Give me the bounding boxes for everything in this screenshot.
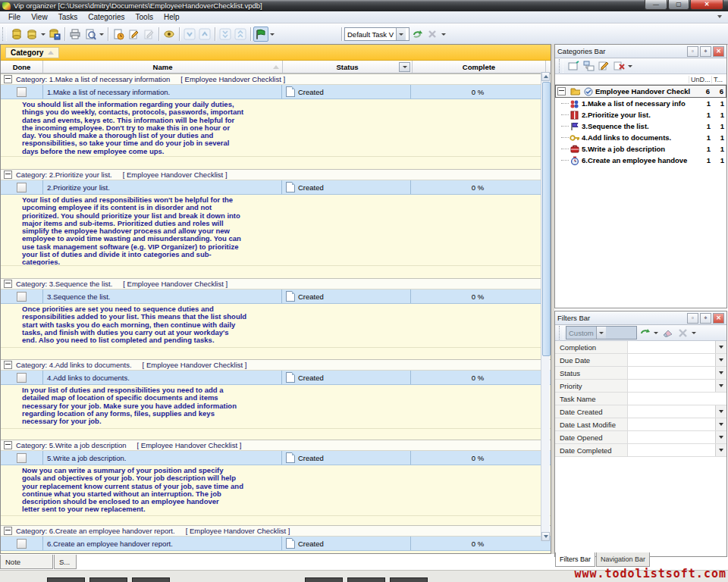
task-checkbox[interactable]	[17, 292, 27, 302]
comments-button[interactable]	[162, 27, 177, 42]
apply-view-button[interactable]	[410, 27, 425, 42]
open-database-dropdown-icon[interactable]	[41, 33, 46, 36]
filter-value[interactable]	[628, 418, 715, 430]
menu-view[interactable]: View	[26, 12, 53, 22]
move-top-button[interactable]	[233, 27, 248, 42]
filter-value[interactable]	[628, 367, 715, 379]
filter-value[interactable]	[628, 393, 726, 405]
group-by-category-chip[interactable]: Category	[5, 47, 59, 58]
filter-dropdown-icon[interactable]	[715, 405, 726, 418]
panel-pin-button[interactable]: ⌖	[700, 313, 711, 324]
filters-toolbar-dropdown-icon[interactable]	[692, 332, 696, 334]
clear-filter-button[interactable]	[660, 325, 675, 340]
filter-value[interactable]	[628, 354, 715, 366]
column-header-complete[interactable]: Complete	[413, 61, 546, 73]
vertical-scrollbar[interactable]	[541, 72, 550, 541]
task-row[interactable]: 5.Write a job description. Created 0 %	[1, 451, 551, 465]
task-row[interactable]: 1.Make a list of necessary information. …	[1, 85, 551, 99]
minimize-button[interactable]: —	[645, 0, 667, 10]
task-checkbox[interactable]	[17, 87, 27, 97]
edit-category-button[interactable]	[596, 58, 611, 74]
view-mode-dropdown-icon[interactable]	[270, 33, 275, 36]
apply-filter-button[interactable]	[637, 325, 652, 340]
collapse-icon[interactable]	[557, 87, 566, 95]
edit-task-button[interactable]	[126, 27, 141, 42]
task-row[interactable]: 6.Create an employee handover report. Cr…	[1, 537, 551, 551]
task-checkbox[interactable]	[17, 373, 27, 383]
save-database-button[interactable]	[47, 27, 62, 42]
print-preview-button[interactable]	[83, 27, 98, 42]
task-view-combobox[interactable]: Default Task V	[344, 27, 410, 41]
move-down-button[interactable]	[182, 27, 197, 42]
move-up-button[interactable]	[197, 27, 212, 42]
task-row[interactable]: 4.Add links to documents. Created 0 %	[1, 371, 551, 385]
filter-dropdown-icon[interactable]	[715, 431, 726, 443]
close-button[interactable]: ✕	[690, 0, 723, 10]
view-mode-button[interactable]	[253, 27, 268, 42]
scroll-up-icon[interactable]	[541, 72, 550, 81]
category-group-header[interactable]: Category: 4.Add links to documents. [ Em…	[1, 359, 551, 371]
collapse-icon[interactable]	[4, 441, 12, 449]
scrollbar-thumb[interactable]	[542, 82, 551, 356]
menu-tools[interactable]: Tools	[130, 12, 158, 22]
column-header-status[interactable]: Status	[283, 61, 413, 73]
panel-close-button[interactable]: ✕	[713, 46, 724, 57]
view-toolbar-dropdown-icon[interactable]	[441, 33, 446, 36]
menu-file[interactable]: File	[3, 12, 26, 22]
add-category-button[interactable]	[566, 58, 581, 74]
task-checkbox[interactable]	[17, 539, 27, 549]
filter-preset-combobox[interactable]: Custom	[566, 326, 637, 340]
task-checkbox[interactable]	[17, 183, 27, 192]
category-group-header[interactable]: Category: 1.Make a list of necessary inf…	[1, 74, 551, 85]
tab-settings[interactable]: S...	[54, 555, 77, 569]
print-dropdown-icon[interactable]	[99, 33, 104, 36]
open-database-button[interactable]	[24, 27, 39, 42]
panel-float-button[interactable]: ▫	[687, 46, 698, 57]
clear-view-button[interactable]	[425, 27, 440, 42]
collapse-icon[interactable]	[4, 361, 12, 369]
category-group-header[interactable]: Category: 3.Sequence the list. [ Employe…	[1, 278, 551, 289]
filter-dropdown-icon[interactable]	[715, 418, 726, 430]
apply-filter-dropdown-icon[interactable]	[654, 332, 658, 334]
collapse-icon[interactable]	[4, 527, 12, 535]
filter-dropdown-icon[interactable]	[715, 380, 726, 392]
tree-item[interactable]: 3.Sequence the list. 1 1	[555, 120, 726, 132]
menu-overflow-icon[interactable]	[717, 15, 722, 18]
collapse-icon[interactable]	[4, 75, 12, 83]
filter-value[interactable]	[628, 444, 715, 456]
task-row[interactable]: 3.Sequence the list. Created 0 %	[1, 289, 551, 304]
task-view-dropdown-icon[interactable]	[396, 28, 406, 40]
add-subcategory-button[interactable]	[581, 58, 596, 74]
menu-tasks[interactable]: Tasks	[53, 12, 83, 22]
scroll-down-icon[interactable]	[541, 532, 550, 541]
new-task-button[interactable]	[111, 27, 126, 42]
delete-task-button[interactable]	[141, 27, 156, 42]
category-group-header[interactable]: Category: 5.Write a job description [ Em…	[1, 440, 551, 451]
filter-dropdown-icon[interactable]	[715, 367, 726, 379]
maximize-button[interactable]: ▢	[668, 0, 689, 10]
tree-item-root[interactable]: Employee Handover Checklist 6 6	[555, 85, 726, 98]
move-bottom-button[interactable]	[218, 27, 233, 42]
task-row[interactable]: 2.Prioritize your list. Created 0 %	[1, 180, 551, 195]
new-database-button[interactable]	[9, 27, 24, 42]
tree-item[interactable]: 5.Write a job description 1 1	[555, 143, 726, 155]
filter-dropdown-icon[interactable]	[715, 354, 726, 366]
panel-pin-button[interactable]: ⌖	[700, 46, 711, 57]
column-total[interactable]: T...	[711, 76, 726, 83]
filter-value[interactable]	[628, 341, 715, 353]
category-group-header[interactable]: Category: 6.Create an employee handover …	[1, 525, 551, 537]
column-header-done[interactable]: Done	[1, 61, 43, 73]
collapse-icon[interactable]	[4, 280, 12, 288]
status-filter-dropdown[interactable]	[399, 62, 410, 72]
tree-item[interactable]: 4.Add links to documents. 1 1	[555, 132, 726, 143]
column-undone[interactable]: UnD...	[689, 76, 711, 83]
tab-filters-bar[interactable]: Filters Bar	[555, 552, 595, 567]
delete-category-button[interactable]	[611, 58, 626, 74]
panel-float-button[interactable]: ▫	[687, 313, 698, 324]
categories-toolbar-dropdown-icon[interactable]	[628, 65, 632, 67]
filter-dropdown-icon[interactable]	[715, 341, 726, 353]
column-header-name[interactable]: Name	[43, 61, 283, 73]
tree-item[interactable]: 2.Prioritize your list. 1 1	[555, 109, 726, 120]
tab-navigation-bar[interactable]: Navigation Bar	[596, 552, 650, 567]
print-button[interactable]	[67, 27, 83, 42]
